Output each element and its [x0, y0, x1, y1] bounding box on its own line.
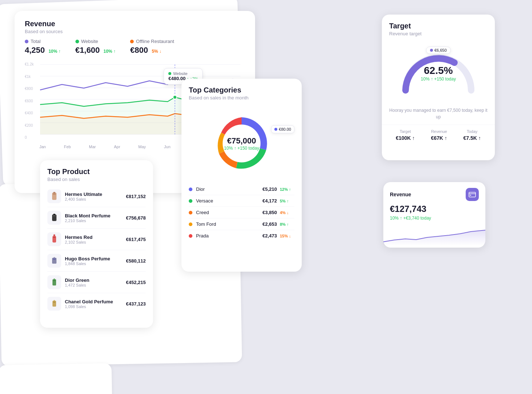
category-value-3: €2,653 [262, 221, 277, 227]
target-metric-1: Revenue €67K ↑ [431, 129, 447, 141]
metric-total-change: 10% ↑ [48, 49, 60, 54]
category-name-0: Dior [196, 186, 262, 192]
svg-rect-25 [54, 279, 55, 280]
gauge-change: 10% ↑ +150 today [421, 76, 456, 82]
target-metric-0: Target €100K ↑ [396, 129, 415, 141]
svg-rect-28 [54, 300, 55, 301]
category-dot-1 [189, 199, 192, 203]
metric-website: Website €1,600 10% ↑ [75, 39, 116, 55]
category-name-4: Prada [196, 233, 262, 239]
target-message: Hooray you managed to earn €7,500 today,… [382, 104, 495, 125]
category-change-0: 12% ↑ [280, 187, 294, 192]
target-card: Target Revenue target 62.5% 10% ↑ +150 t… [382, 15, 495, 160]
categories-list: Dior €5,210 12% ↑ Versace €4,172 5% ↑ Cr… [181, 184, 302, 241]
category-change-2: 4% ↓ [280, 210, 294, 215]
donut-label-dot [274, 128, 277, 131]
tooltip-dot [168, 72, 171, 75]
svg-rect-30 [469, 192, 476, 197]
product-title: Top Product [47, 168, 146, 176]
svg-point-10 [173, 95, 177, 99]
product-info-5: Chanel Gold Perfume 1,098 Sales [65, 299, 122, 309]
revenue-subtitle: Based on sources [25, 29, 245, 34]
svg-rect-32 [470, 195, 471, 196]
list-item: Dior €5,210 12% ↑ [189, 184, 294, 195]
target-metrics: Target €100K ↑ Revenue €67K ↑ Today €7.5… [382, 125, 495, 147]
revenue-mini-card: Revenue €127,743 10% ↑ +€3,740 today [383, 182, 485, 248]
mini-revenue-chart [383, 224, 485, 245]
product-info-2: Hermes Red 2,102 Sales [65, 235, 122, 244]
product-sales-5: 1,098 Sales [65, 304, 122, 309]
product-name-0: Hermes Ultimate [65, 192, 122, 197]
metric-website-value: €1,600 10% ↑ [75, 46, 116, 55]
product-img-1 [47, 211, 61, 225]
product-sales-0: 2,400 Sales [65, 197, 122, 201]
product-info-3: Hugo Boss Perfume 1,848 Sales [65, 256, 122, 266]
website-dot [75, 40, 79, 43]
categories-subtitle: Based on sales in the month [189, 95, 294, 101]
donut-value: €75,000 [224, 136, 259, 146]
category-change-1: 5% ↑ [280, 199, 294, 203]
metric-offline-value: €800 5% ↓ [130, 46, 174, 55]
svg-rect-24 [53, 280, 55, 281]
list-item: Chanel Gold Perfume 1,098 Sales €437,123 [47, 293, 146, 314]
category-value-2: €3,850 [262, 210, 277, 215]
gauge-container: 62.5% 10% ↑ +150 today €6,650 [382, 43, 495, 101]
list-item: Dior Green 1,472 Sales €452,215 [47, 272, 146, 293]
product-card: Top Product Based on sales Hermes Ultima… [40, 160, 153, 328]
product-img-2 [47, 232, 61, 246]
list-item: Tom Ford €2,653 8% ↑ [189, 218, 294, 230]
list-item: Hermes Ultimate 2,400 Sales €817,152 [47, 186, 146, 207]
category-dot-3 [189, 222, 192, 226]
target-subtitle: Revenue target [389, 31, 488, 36]
product-sales-1: 2,210 Sales [65, 218, 122, 223]
tooltip-label: Website [168, 71, 198, 76]
metric-website-change: 10% ↑ [103, 49, 116, 54]
category-value-1: €4,172 [262, 198, 277, 204]
product-revenue-1: €756,678 [126, 215, 146, 221]
revenue-card-header: Revenue Based on sources [15, 11, 255, 39]
category-dot-0 [189, 188, 192, 191]
donut-container: €75,000 10% ↑ +150 today €80.00 [181, 107, 302, 180]
categories-card: Top Categories Based on sales in the mon… [181, 79, 302, 272]
svg-rect-13 [53, 192, 55, 193]
target-metric-label-2: Today [463, 129, 481, 134]
category-dot-2 [189, 211, 192, 214]
product-img-3 [47, 254, 61, 268]
svg-rect-18 [53, 237, 55, 238]
target-title: Target [389, 22, 488, 30]
gauge-value: 62.5% [421, 65, 456, 76]
list-item: Creed €3,850 4% ↓ [189, 207, 294, 218]
product-img-5 [47, 297, 61, 311]
mini-card-icon [466, 188, 479, 201]
product-revenue-2: €617,475 [126, 237, 146, 242]
category-value-0: €5,210 [262, 186, 277, 192]
svg-rect-15 [53, 215, 56, 216]
product-revenue-5: €437,123 [126, 301, 146, 307]
mini-card-header: Revenue [383, 182, 485, 204]
svg-rect-21 [53, 259, 56, 260]
metric-offline-label: Offline Restaurant [130, 39, 174, 44]
product-name-4: Dior Green [65, 277, 122, 283]
target-metric-value-2: €7.5K ↑ [463, 135, 481, 141]
svg-rect-27 [53, 302, 55, 303]
target-metric-value-1: €67K ↑ [431, 135, 447, 141]
donut-center: €75,000 10% ↑ +150 today [224, 136, 259, 151]
product-subtitle: Based on sales [47, 177, 146, 182]
svg-rect-16 [53, 214, 55, 215]
product-card-header: Top Product Based on sales [40, 160, 153, 186]
product-sales-4: 1,472 Sales [65, 283, 122, 287]
product-card-bg2 [0, 363, 114, 394]
gauge-label-dot [430, 49, 433, 52]
product-revenue-4: €452,215 [126, 280, 146, 285]
mini-card-value: €127,743 [383, 204, 485, 216]
revenue-title: Revenue [25, 20, 245, 28]
svg-marker-33 [383, 230, 485, 245]
list-item: Hermes Red 2,102 Sales €617,475 [47, 229, 146, 250]
donut-label: €80.00 [271, 125, 294, 133]
svg-point-19 [54, 235, 55, 236]
y-axis-labels: €1.2k €1k €800 €600 €400 €200 0 [25, 61, 34, 141]
metric-total: Total 4,250 10% ↑ [25, 39, 61, 55]
metric-website-label: Website [75, 39, 116, 44]
credit-card-icon [469, 191, 476, 198]
svg-rect-22 [54, 257, 55, 258]
